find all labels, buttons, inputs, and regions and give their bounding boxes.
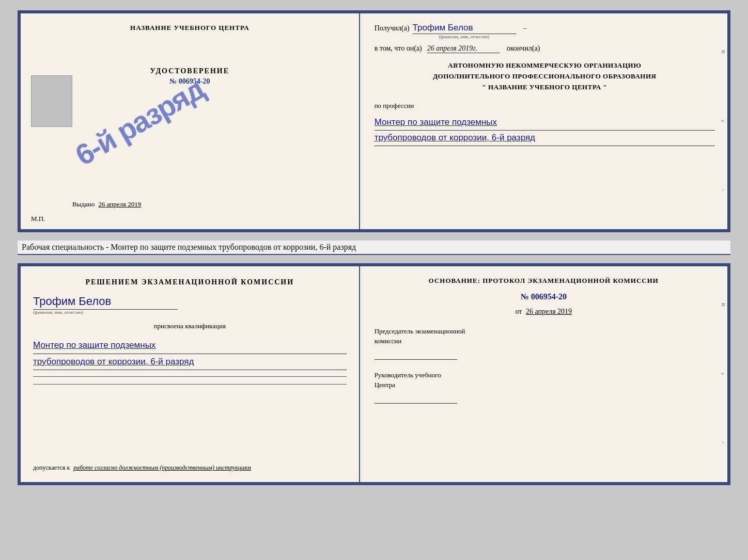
org-line2: ДОПОЛНИТЕЛЬНОГО ПРОФЕССИОНАЛЬНОГО ОБРАЗО…	[375, 71, 715, 82]
osnovanie-label: Основание: протокол экзаменационной коми…	[375, 276, 713, 286]
bar-и2: И	[718, 303, 726, 307]
resheniyem-title: Решением экзаменационной комиссии	[33, 277, 347, 287]
stamp-text: 6-й разряд	[70, 72, 210, 172]
underline2	[33, 384, 347, 385]
name-block-bottom: Трофим Белов (фамилия, имя, отчество)	[33, 295, 347, 315]
rukovoditel-label: Руководитель учебного Центра	[375, 370, 713, 390]
certificate-top: НАЗВАНИЕ УЧЕБНОГО ЦЕНТРА УДОСТОВЕРЕНИЕ №…	[18, 10, 730, 232]
predsedatel-label: Председатель экзаменационной комиссии	[375, 326, 713, 346]
rukovoditel-block: Руководитель учебного Центра	[375, 370, 713, 404]
stamp-diagonal: 6-й разряд	[48, 30, 231, 213]
qualification-block: Монтер по защите подземных трубопроводов…	[33, 338, 347, 370]
vtom-row: в том, что он(а) 26 апреля 2019г. окончи…	[375, 44, 715, 53]
bar-arrow: ←	[718, 188, 726, 193]
rukovoditel-signature-line	[375, 391, 457, 404]
po-professii-label: по профессии	[375, 102, 715, 110]
bar-a: а	[718, 120, 726, 122]
poluchil-name: Трофим Белов	[413, 23, 516, 34]
org-block: АВТОНОМНУЮ НЕКОММЕРЧЕСКУЮ ОРГАНИЗАЦИЮ ДО…	[375, 60, 715, 92]
profession-line1: Монтер по защите подземных	[375, 115, 715, 131]
right-bars-top: И а ←	[716, 13, 727, 229]
predsedatel-signature-line	[375, 347, 457, 360]
dopusk-text: работе согласно должностным (производств…	[73, 464, 251, 471]
vydano-line: Выдано 26 апреля 2019	[72, 200, 141, 209]
dopusk-block: допускается к работе согласно должностны…	[33, 464, 251, 472]
org-line3: " НАЗВАНИЕ УЧЕБНОГО ЦЕНТРА "	[375, 82, 715, 93]
right-bars-bottom: И а ←	[716, 266, 727, 482]
cert-bottom-right: Основание: протокол экзаменационной коми…	[360, 266, 727, 482]
photo-placeholder	[31, 75, 72, 127]
bar-a2: а	[718, 373, 726, 375]
vtom-label: в том, что он(а)	[375, 44, 422, 53]
prisvoena-label: присвоена квалификация	[33, 322, 347, 330]
profession-line2: трубопроводов от коррозии, 6-й разряд	[375, 131, 715, 146]
org-line1: АВТОНОМНУЮ НЕКОММЕРЧЕСКУЮ ОРГАНИЗАЦИЮ	[375, 60, 715, 71]
certificate-bottom: Решением экзаменационной комиссии Трофим…	[18, 263, 730, 485]
cert-bottom-left: Решением экзаменационной комиссии Трофим…	[21, 266, 360, 482]
udost-number: № 006954-20	[169, 77, 210, 86]
description-line: Рабочая специальность - Монтер по защите…	[18, 241, 730, 255]
okonchil-label: окончил(а)	[507, 44, 540, 53]
vydano-label: Выдано	[72, 200, 95, 208]
bar-и: И	[718, 50, 726, 54]
vtom-date: 26 апреля 2019г.	[427, 44, 500, 53]
cert-top-left: НАЗВАНИЕ УЧЕБНОГО ЦЕНТРА УДОСТОВЕРЕНИЕ №…	[21, 13, 360, 229]
qual-line2: трубопроводов от коррозии, 6-й разряд	[33, 354, 347, 371]
ot-date-block: от 26 апреля 2019	[375, 308, 713, 316]
poluchil-row: Получил(а) Трофим Белов (фамилия, имя, о…	[375, 23, 715, 39]
fio-hint-bottom: (фамилия, имя, отчество)	[33, 310, 83, 315]
center-title-top: НАЗВАНИЕ УЧЕБНОГО ЦЕНТРА	[130, 24, 250, 32]
ot-date: 26 апреля 2019	[526, 308, 572, 315]
mp-label: М.П.	[31, 215, 45, 223]
vydano-date: 26 апреля 2019	[99, 200, 142, 208]
dopusk-prefix: допускается к	[33, 464, 70, 471]
qual-line1: Монтер по защите подземных	[33, 338, 347, 354]
bottom-name: Трофим Белов	[33, 295, 178, 310]
fio-hint-top: (фамилия, имя, отчество)	[439, 34, 489, 39]
protocol-number: № 006954-20	[375, 292, 713, 301]
dash-top: –	[523, 24, 527, 33]
cert-top-right: Получил(а) Трофим Белов (фамилия, имя, о…	[360, 13, 727, 229]
udostoverenie-block: УДОСТОВЕРЕНИЕ № 006954-20	[150, 67, 229, 86]
predsedatel-block: Председатель экзаменационной комиссии	[375, 326, 713, 360]
poluchil-label: Получил(а)	[375, 24, 410, 33]
udost-label: УДОСТОВЕРЕНИЕ	[150, 67, 229, 75]
underline1	[33, 376, 347, 377]
ot-prefix: от	[516, 308, 522, 315]
profession-handwritten: Монтер по защите подземных трубопроводов…	[375, 115, 715, 146]
bar-arrow2: ←	[718, 441, 726, 445]
